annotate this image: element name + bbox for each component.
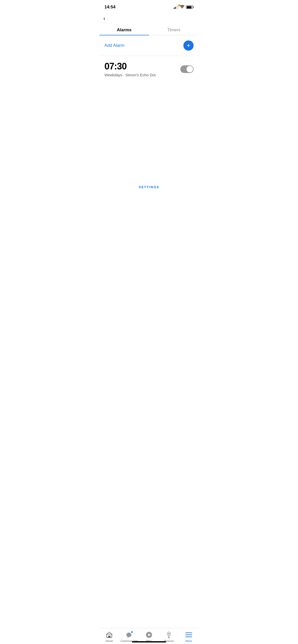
alarm-time: 07:30 — [104, 61, 156, 72]
alarm-toggle[interactable] — [180, 65, 194, 73]
orange-dot-indicator — [178, 4, 180, 6]
add-alarm-button[interactable]: + — [183, 40, 194, 51]
wifi-icon — [180, 5, 184, 9]
settings-label-area: SETTINGS — [99, 185, 199, 189]
signal-icon — [174, 5, 178, 9]
tab-timers[interactable]: Timers — [149, 24, 199, 35]
alarm-item[interactable]: 07:30 Weekdays · Simon's Echo Dot — [99, 56, 199, 82]
plus-icon: + — [186, 42, 190, 49]
add-alarm-row: Add Alarm + — [99, 35, 199, 56]
alarm-info: 07:30 Weekdays · Simon's Echo Dot — [104, 61, 156, 77]
back-button[interactable]: ‹ — [103, 15, 105, 22]
status-icons — [174, 5, 194, 9]
battery-icon — [186, 5, 194, 9]
tab-alarms[interactable]: Alarms — [99, 24, 149, 35]
status-time: 14:54 — [104, 5, 115, 10]
add-alarm-link[interactable]: Add Alarm — [104, 43, 124, 48]
settings-label: SETTINGS — [139, 185, 159, 189]
tabs-row: Alarms Timers — [99, 24, 199, 35]
toggle-knob — [186, 66, 193, 72]
alarm-subtitle: Weekdays · Simon's Echo Dot — [104, 73, 156, 77]
back-button-row: ‹ — [99, 13, 199, 24]
status-bar: 14:54 — [99, 0, 199, 13]
